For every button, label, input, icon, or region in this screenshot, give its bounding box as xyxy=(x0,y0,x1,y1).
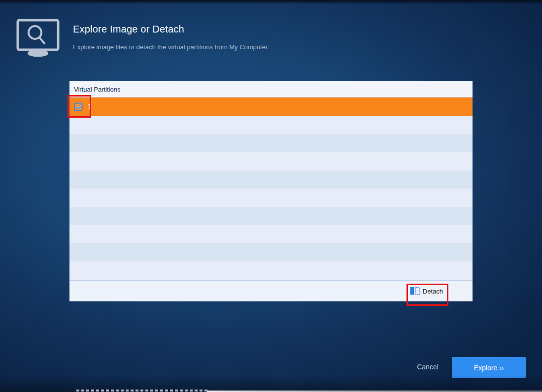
table-row xyxy=(69,134,473,152)
column-header-virtual-partitions: Virtual Partitions xyxy=(69,81,473,98)
table-row xyxy=(69,152,473,170)
partition-row-selected[interactable]: I xyxy=(69,98,473,116)
page-title: Explore Image or Detach xyxy=(73,24,184,35)
explore-image-dialog: Explore Image or Detach Explore image fi… xyxy=(0,0,542,392)
table-row xyxy=(69,225,473,243)
top-shadow xyxy=(0,0,542,4)
panel-footer: Detach xyxy=(69,281,473,301)
detach-button[interactable]: Detach xyxy=(407,286,446,296)
cancel-button[interactable]: Cancel xyxy=(413,362,442,371)
table-row xyxy=(69,116,473,134)
table-row xyxy=(69,189,473,207)
table-row xyxy=(69,261,473,280)
table-row xyxy=(69,207,473,225)
monitor-search-icon xyxy=(16,19,60,59)
background-window-sliver xyxy=(76,390,209,392)
checkbox-checked-icon[interactable] xyxy=(74,101,84,112)
table-row xyxy=(69,243,473,261)
partition-drive-letter: I xyxy=(88,103,92,111)
detach-partition-icon xyxy=(410,287,420,295)
page-subtitle: Explore image files or detach the virtua… xyxy=(73,43,269,51)
table-row xyxy=(69,170,473,189)
virtual-partitions-panel: Virtual Partitions I xyxy=(69,81,473,301)
detach-button-label: Detach xyxy=(423,288,443,295)
